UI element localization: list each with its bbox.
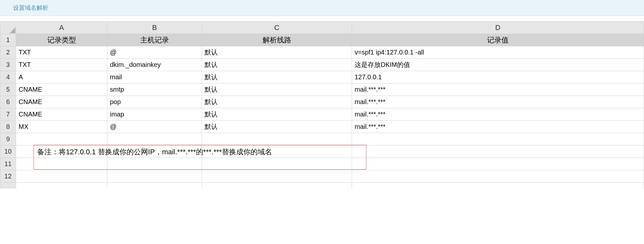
cell-d6[interactable]: mail.***.*** [352,96,644,108]
table-row [0,183,644,189]
cell-a12[interactable] [16,170,107,183]
row-header[interactable]: 3 [0,59,16,71]
cell-b6[interactable]: pop [107,96,202,108]
col-header-a[interactable]: A [16,22,107,34]
row-header[interactable]: 1 [0,34,16,46]
table-row: 8 MX @ 默认 mail.***.*** [0,121,644,133]
cell-c5[interactable]: 默认 [202,84,352,96]
cell-c3[interactable]: 默认 [202,59,352,71]
cell-c9[interactable] [202,133,352,145]
cell-d12[interactable] [352,170,644,183]
cell-d7[interactable]: mail.***.*** [352,108,644,121]
select-all-corner[interactable] [0,22,16,34]
row-header[interactable]: 11 [0,158,16,170]
col-header-b[interactable]: B [107,22,202,34]
cell-a8[interactable]: MX [16,121,107,133]
cell-c8[interactable]: 默认 [202,121,352,133]
cell-b7[interactable]: imap [107,108,202,121]
cell-b8[interactable]: @ [107,121,202,133]
cell-b4[interactable]: mail [107,71,202,84]
col-header-c[interactable]: C [202,22,352,34]
cell-a9[interactable] [16,133,107,145]
table-row: 1 记录类型 主机记录 解析线路 记录值 [0,34,644,46]
cell-d9[interactable] [352,133,644,145]
row-header[interactable]: 2 [0,46,16,59]
table-row: 4 A mail 默认 127.0.0.1 [0,71,644,84]
cell-c4[interactable]: 默认 [202,71,352,84]
spreadsheet: A B C D 1 记录类型 主机记录 解析线路 记录值 2 TXT @ 默认 … [0,16,644,189]
cell-d3[interactable]: 这是存放DKIM的值 [352,59,644,71]
cell-a2[interactable]: TXT [16,46,107,59]
cell-a7[interactable]: CNAME [16,108,107,121]
row-header[interactable]: 10 [0,145,16,158]
corner-triangle-icon [9,27,15,33]
cell-b12[interactable] [107,170,202,183]
cell-c12[interactable] [202,170,352,183]
row-header[interactable] [0,183,16,189]
cell-d8[interactable]: mail.***.*** [352,121,644,133]
header-record-type[interactable]: 记录类型 [16,34,107,46]
row-header[interactable]: 12 [0,170,16,183]
table-row: 9 [0,133,644,145]
row-header[interactable]: 7 [0,108,16,121]
column-header-row: A B C D [0,22,644,34]
table-row: 10 备注：将127.0.0.1 替换成你的公网IP，mail.***.***的… [0,145,644,158]
cell-a4[interactable]: A [16,71,107,84]
header-record-value[interactable]: 记录值 [352,34,644,46]
cell-d2[interactable]: v=spf1 ip4:127.0.0.1 -all [352,46,644,59]
row-header[interactable]: 5 [0,84,16,96]
row-header[interactable]: 6 [0,96,16,108]
cell-a10[interactable]: 备注：将127.0.0.1 替换成你的公网IP，mail.***.***的***… [16,145,107,158]
title-bar: 设置域名解析 [0,0,644,16]
cell-b3[interactable]: dkim._domainkey [107,59,202,71]
table-row: 2 TXT @ 默认 v=spf1 ip4:127.0.0.1 -all [0,46,644,59]
cell-b2[interactable]: @ [107,46,202,59]
col-header-d[interactable]: D [352,22,644,34]
dns-table: A B C D 1 记录类型 主机记录 解析线路 记录值 2 TXT @ 默认 … [0,21,644,189]
table-row: 6 CNAME pop 默认 mail.***.*** [0,96,644,108]
cell-d10[interactable] [352,145,644,158]
table-row: 3 TXT dkim._domainkey 默认 这是存放DKIM的值 [0,59,644,71]
cell-b5[interactable]: smtp [107,84,202,96]
cell-c2[interactable]: 默认 [202,46,352,59]
cell-c7[interactable]: 默认 [202,108,352,121]
table-row: 5 CNAME smtp 默认 mail.***.*** [0,84,644,96]
cell-a3[interactable]: TXT [16,59,107,71]
cell-b9[interactable] [107,133,202,145]
cell-d5[interactable]: mail.***.*** [352,84,644,96]
cell-b10[interactable] [107,145,202,158]
cell-a11[interactable] [16,158,107,170]
cell-d11[interactable] [352,158,644,170]
cell-c6[interactable]: 默认 [202,96,352,108]
table-row: 12 [0,170,644,183]
cell-a6[interactable]: CNAME [16,96,107,108]
cell-a5[interactable]: CNAME [16,84,107,96]
table-row: 11 [0,158,644,170]
cell-b11[interactable] [107,158,202,170]
cell-c10[interactable] [202,145,352,158]
table-row: 7 CNAME imap 默认 mail.***.*** [0,108,644,121]
svg-marker-0 [9,27,15,33]
row-header[interactable]: 8 [0,121,16,133]
header-resolve-line[interactable]: 解析线路 [202,34,352,46]
header-host-record[interactable]: 主机记录 [107,34,202,46]
row-header[interactable]: 4 [0,71,16,84]
page-title: 设置域名解析 [13,5,48,11]
row-header[interactable]: 9 [0,133,16,145]
cell-c11[interactable] [202,158,352,170]
cell-d4[interactable]: 127.0.0.1 [352,71,644,84]
